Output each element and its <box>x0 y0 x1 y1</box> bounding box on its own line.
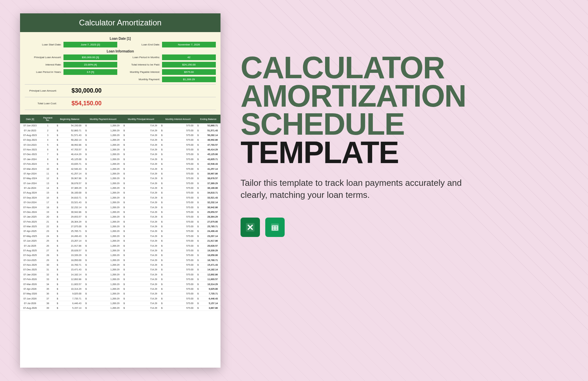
loan-info-section: Loan Information <box>25 47 216 54</box>
field-value: $575.00 <box>162 69 216 75</box>
table-row: 07-Apr-202523$25,785.71$1,289.29$714.29$… <box>20 229 220 234</box>
table-row: 07-Sep-202416$34,810.71$1,289.29$714.29$… <box>20 195 220 200</box>
table-row: 07-Jun-202637$7,735.71$1,289.29$714.29$5… <box>20 296 220 301</box>
field-value: 3.5 [5] <box>63 69 117 75</box>
table-row: 07-Nov-20236$47,703.57$1,289.29$714.29$5… <box>20 147 220 152</box>
table-row: 07-Jun-20231$54,150.00$1,289.29$714.29$5… <box>20 123 220 128</box>
field-label: Principal Loan Amount: <box>25 56 61 59</box>
table-header: Beginning Balance <box>55 115 84 123</box>
table-row: 07-Jun-202413$38,678.57$1,289.29$714.29$… <box>20 181 220 185</box>
table-row: 07-May-202524$24,496.43$1,289.29$714.29$… <box>20 234 220 238</box>
table-header: Ending Balance <box>196 115 220 123</box>
table-row: 07-Feb-202521$28,364.29$1,289.29$714.29$… <box>20 219 220 224</box>
table-row: 07-Jul-20232$52,860.71$1,289.29$714.29$5… <box>20 128 220 133</box>
table-row: 07-Aug-202527$20,628.57$1,289.29$714.29$… <box>20 248 220 253</box>
field-label: Loan End Date: <box>123 43 160 46</box>
table-row: 07-Apr-202635$10,314.29$1,289.29$714.29$… <box>20 286 220 291</box>
table-row: 07-Dec-202531$15,471.43$1,289.29$714.29$… <box>20 267 220 272</box>
field-label: Total Interest to be Paid: <box>123 63 160 66</box>
field-value: $1,289.29 <box>162 77 216 82</box>
table-row: 07-Sep-202528$19,339.29$1,289.29$714.29$… <box>20 253 220 258</box>
table-row: 07-Oct-202417$33,521.43$1,289.29$714.29$… <box>20 200 220 205</box>
table-row: 07-Jul-202414$37,389.29$1,289.29$714.29$… <box>20 185 220 190</box>
info-field: Loan End Date:November 7, 2026 <box>123 42 216 47</box>
promo-title-line2: AMORTIZATION <box>241 82 568 110</box>
table-header: Monthly Interest Amount <box>160 115 196 123</box>
table-row: 07-Jul-202638$6,446.43$1,289.29$714.29$5… <box>20 301 220 305</box>
field-label: Monthly Payment: <box>123 78 160 81</box>
field-value: 23.00% [4] <box>63 62 117 68</box>
table-row: 07-Apr-202411$41,257.14$1,289.29$714.29$… <box>20 171 220 176</box>
table-row: 07-Sep-20234$50,282.14$1,289.29$714.29$5… <box>20 138 220 142</box>
field-value: $30,000.00 [3] <box>63 54 117 60</box>
field-label: Loan Period in Years: <box>25 71 61 74</box>
table-row: 07-Feb-202633$12,892.86$1,289.29$714.29$… <box>20 277 220 282</box>
table-row: 07-Jan-202632$14,182.14$1,289.29$714.29$… <box>20 272 220 277</box>
info-field: Principal Loan Amount:$30,000.00 [3] <box>25 54 117 60</box>
summary-principal-label: Principal Loan Amount: <box>25 89 61 92</box>
table-row: 07-Mar-202634$11,603.57$1,289.29$714.29$… <box>20 282 220 286</box>
table-header: Monthly Principal Amount <box>122 115 160 123</box>
field-value: $24,150.00 <box>162 62 216 68</box>
table-row: 07-Oct-202529$18,050.00$1,289.29$714.29$… <box>20 258 220 262</box>
field-label: Monthly Payable Interest: <box>123 71 160 74</box>
table-row: 07-Aug-20233$51,571.43$1,289.29$714.29$5… <box>20 133 220 137</box>
doc-title: Calculator Amortization <box>20 13 220 32</box>
table-row: 07-Dec-202419$30,942.86$1,289.29$714.29$… <box>20 210 220 214</box>
info-field: Monthly Payment:$1,289.29 <box>123 77 216 82</box>
table-row: 07-May-202412$39,967.86$1,289.29$714.29$… <box>20 176 220 181</box>
promo-title-line4: TEMPLATE <box>241 138 568 167</box>
info-field: Loan Period in Months:42 <box>123 54 216 60</box>
table-row: 07-Feb-20249$43,835.71$1,289.29$714.29$5… <box>20 162 220 166</box>
promo-subtitle: Tailor this template to track loan payme… <box>241 177 481 201</box>
document-preview: Calculator Amortization Loan Date [1] Lo… <box>20 13 220 368</box>
promo-title-line1: CALCULATOR <box>241 53 568 82</box>
table-row: 07-Mar-202522$27,075.00$1,289.29$714.29$… <box>20 224 220 229</box>
table-row: 07-Jan-202520$29,653.57$1,289.29$714.29$… <box>20 215 220 219</box>
table-row: 07-Aug-202639$5,157.14$1,289.29$714.29$5… <box>20 306 220 310</box>
field-label: Loan Start Date: <box>25 43 61 46</box>
field-label: Loan Period in Months: <box>123 56 160 59</box>
excel-icon <box>241 218 260 237</box>
info-field: Monthly Payable Interest:$575.00 <box>123 69 216 75</box>
info-field: Interest Rate:23.00% [4] <box>25 62 117 68</box>
info-field: Total Interest to be Paid:$24,150.00 <box>123 62 216 68</box>
table-row: 07-Jun-202525$23,207.14$1,289.29$714.29$… <box>20 239 220 243</box>
field-label: Interest Rate: <box>25 63 61 66</box>
table-header: Monthly Payment Amount <box>84 115 122 123</box>
loan-date-section: Loan Date [1] <box>25 35 216 42</box>
table-row: 07-Aug-202415$36,100.00$1,289.29$714.29$… <box>20 190 220 195</box>
table-header: Payment No. <box>40 115 55 123</box>
table-header: Date [6] <box>20 115 40 123</box>
info-field: Loan Start Date:June 7, 2023 [2] <box>25 42 117 47</box>
summary-principal-value: $30,000.00 <box>61 87 102 94</box>
table-row: 07-Jan-20248$45,125.00$1,289.29$714.29$5… <box>20 157 220 161</box>
field-value: June 7, 2023 [2] <box>63 42 117 47</box>
field-value: 42 <box>162 54 216 60</box>
field-value: November 7, 2026 <box>162 42 216 47</box>
table-row: 07-Mar-202410$42,546.43$1,289.29$714.29$… <box>20 166 220 171</box>
table-row: 07-Jul-202526$21,917.86$1,289.29$714.29$… <box>20 243 220 248</box>
table-row: 07-May-202636$9,025.00$1,289.29$714.29$5… <box>20 291 220 296</box>
table-row: 07-Dec-20237$46,414.29$1,289.29$714.29$5… <box>20 152 220 157</box>
table-row: 07-Nov-202418$32,232.14$1,289.29$714.29$… <box>20 205 220 210</box>
summary-total-value: $54,150.00 <box>61 100 102 107</box>
info-field: Loan Period in Years:3.5 [5] <box>25 69 117 75</box>
promo-title-line3: SCHEDULE <box>241 110 568 138</box>
table-row: 07-Nov-202530$16,760.71$1,289.29$714.29$… <box>20 262 220 267</box>
google-sheets-icon <box>265 218 285 237</box>
table-row: 07-Oct-20235$48,992.86$1,289.29$714.29$5… <box>20 142 220 147</box>
summary-total-label: Total Loan Cost: <box>25 102 61 105</box>
amortization-table: Date [6]Payment No.Beginning BalanceMont… <box>20 115 220 311</box>
